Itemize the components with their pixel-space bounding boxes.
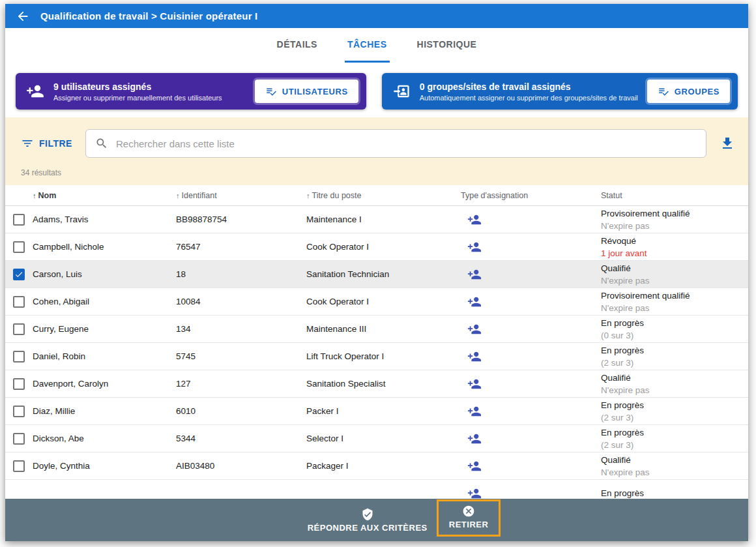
row-name: Campbell, Nichole	[33, 242, 176, 252]
table-row[interactable]: Daniel, Robin5745Lift Truck Operator IEn…	[5, 343, 748, 370]
status-detail: (0 sur 3)	[601, 329, 748, 342]
filter-toggle[interactable]: FILTRE	[21, 137, 72, 150]
download-icon[interactable]	[720, 136, 735, 151]
status-detail: (2 sur 3)	[601, 411, 748, 424]
row-id: 127	[176, 379, 306, 389]
column-header-id[interactable]: ↑ Identifiant	[176, 191, 306, 200]
table-row[interactable]: Campbell, Nichole76547Cook Operator IRév…	[5, 233, 748, 261]
status-detail: 1 jour avant	[601, 247, 748, 259]
row-checkbox-cell	[5, 351, 33, 362]
status-text: En progrès	[601, 344, 748, 357]
groups-button[interactable]: GROUPES	[647, 80, 730, 103]
table-row[interactable]: Curry, Eugene134Maintenance IIIEn progrè…	[5, 316, 748, 343]
status-detail: N'expire pas	[601, 466, 748, 479]
row-job-title: Maintenance III	[306, 324, 461, 334]
row-status: En progrès	[601, 487, 748, 499]
row-status: QualifiéN'expire pas	[601, 372, 748, 396]
row-id: 18	[176, 269, 306, 279]
row-id: 6010	[176, 406, 306, 416]
row-checkbox[interactable]	[13, 378, 25, 390]
row-name: Dickson, Abe	[33, 434, 176, 443]
row-job-title: Maintenance I	[306, 214, 461, 224]
app-window: Qualification de travail > Cuisinier opé…	[5, 4, 748, 541]
search-input[interactable]	[116, 138, 697, 149]
row-status: En progrès(0 sur 3)	[601, 317, 748, 342]
remove-action[interactable]: RETIRER	[449, 505, 489, 529]
assign-check-icon	[265, 85, 277, 97]
back-arrow-icon[interactable]	[16, 9, 30, 23]
tab-historique[interactable]: HISTORIQUE	[414, 28, 480, 63]
person-add-icon	[467, 213, 482, 227]
status-text: Qualifié	[601, 262, 748, 274]
row-checkbox[interactable]	[13, 241, 25, 253]
row-job-title: Cook Operator I	[306, 242, 461, 252]
table-row[interactable]: Diaz, Millie6010Packer IEn progrès(2 sur…	[5, 398, 748, 425]
row-id: 76547	[176, 242, 306, 252]
table-row[interactable]: Carson, Luis18Sanitation TechnicianQuali…	[5, 261, 748, 288]
users-button[interactable]: UTILISATEURS	[255, 80, 358, 103]
row-id: 134	[176, 324, 306, 334]
person-add-icon	[467, 459, 482, 473]
person-add-icon	[467, 486, 482, 499]
user-table: ↑ Nom ↑ Identifiant ↑ Titre du poste Typ…	[5, 185, 748, 499]
footer-action-bar: RÉPONDRE AUX CRITÈRES RETIRER	[5, 499, 748, 541]
remove-label: RETIRER	[449, 520, 489, 529]
row-job-title: Packager I	[306, 461, 461, 471]
row-status: En progrès(2 sur 3)	[601, 344, 748, 369]
status-detail: (2 sur 3)	[601, 357, 748, 369]
table-body: Adams, TravisBB98878754Maintenance IProv…	[5, 206, 748, 499]
table-row[interactable]: Adams, TravisBB98878754Maintenance IProv…	[5, 206, 748, 233]
tab-taches[interactable]: TÂCHES	[345, 28, 390, 63]
row-status: QualifiéN'expire pas	[601, 454, 748, 479]
row-checkbox[interactable]	[13, 460, 25, 472]
row-checkbox-cell	[5, 460, 33, 472]
results-count: 34 résultats	[21, 168, 735, 177]
row-assignment-type	[461, 267, 601, 282]
column-header-name[interactable]: ↑ Nom	[33, 191, 176, 200]
row-checkbox[interactable]	[13, 433, 25, 445]
row-job-title: Selector I	[306, 434, 461, 443]
row-checkbox[interactable]	[13, 296, 25, 308]
row-id: 5344	[176, 434, 306, 443]
meet-criteria-action[interactable]: RÉPONDRE AUX CRITÈRES	[308, 508, 428, 533]
table-row[interactable]: En progrès	[5, 480, 748, 499]
row-checkbox[interactable]	[13, 214, 25, 226]
assignment-banners: 9 utilisateurs assignés Assigner ou supp…	[5, 63, 748, 117]
sort-asc-icon: ↑	[176, 192, 180, 200]
row-status: Révoqué1 jour avant	[601, 235, 748, 259]
row-id: BB98878754	[176, 214, 306, 224]
row-name: Diaz, Millie	[33, 406, 176, 416]
row-checkbox[interactable]	[13, 269, 25, 280]
person-add-icon	[467, 267, 482, 282]
footer-actions: RÉPONDRE AUX CRITÈRES RETIRER	[308, 501, 501, 539]
groups-banner: 0 groupes/sites de travail assignés Auto…	[382, 73, 738, 110]
status-detail: N'expire pas	[601, 384, 748, 396]
row-assignment-type	[461, 349, 601, 364]
users-button-label: UTILISATEURS	[282, 87, 348, 96]
sort-asc-icon: ↑	[306, 192, 310, 200]
row-checkbox-cell	[5, 241, 33, 253]
retirer-highlight-box: RETIRER	[437, 499, 501, 537]
status-detail: N'expire pas	[601, 302, 748, 314]
row-checkbox[interactable]	[13, 406, 25, 417]
row-name: Carson, Luis	[33, 269, 176, 279]
row-job-title: Packer I	[306, 406, 461, 416]
table-row[interactable]: Doyle, CynthiaAIB03480Packager IQualifié…	[5, 452, 748, 480]
table-row[interactable]: Dickson, Abe5344Selector IEn progrès(2 s…	[5, 425, 748, 452]
column-header-job-title[interactable]: ↑ Titre du poste	[306, 191, 461, 200]
shield-check-icon	[361, 508, 374, 521]
groups-banner-text: 0 groupes/sites de travail assignés Auto…	[420, 81, 638, 102]
status-detail: N'expire pas	[601, 274, 748, 287]
row-assignment-type	[461, 240, 601, 254]
row-checkbox[interactable]	[13, 351, 25, 362]
table-header: ↑ Nom ↑ Identifiant ↑ Titre du poste Typ…	[5, 185, 748, 206]
person-add-icon	[467, 240, 482, 254]
search-box	[85, 129, 706, 158]
row-checkbox-cell	[5, 323, 33, 335]
row-checkbox[interactable]	[13, 323, 25, 335]
table-row[interactable]: Cohen, Abigail10084Cook Operator IProvis…	[5, 288, 748, 316]
row-checkbox-cell	[5, 296, 33, 308]
table-row[interactable]: Davenport, Carolyn127Sanitation Speciali…	[5, 370, 748, 398]
group-assign-icon	[392, 82, 411, 100]
tab-details[interactable]: DÉTAILS	[274, 28, 320, 63]
